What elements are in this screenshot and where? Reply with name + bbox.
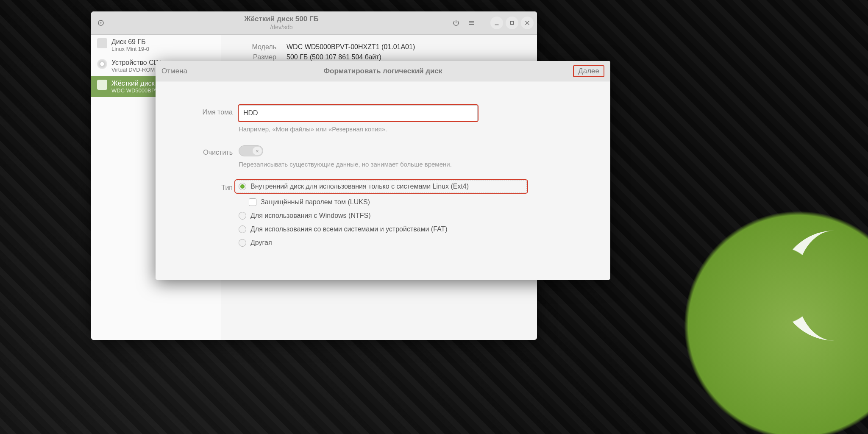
radio-label: Внутренний диск для использования только… xyxy=(250,183,469,190)
sidebar-item-sublabel: WDC WD5000BPV xyxy=(111,87,159,94)
maximize-button[interactable] xyxy=(506,17,518,29)
volume-name-label: Имя тома xyxy=(177,105,239,116)
optical-disc-icon xyxy=(97,59,107,69)
sidebar-item-label: Диск 69 ГБ xyxy=(111,38,149,46)
radio-ntfs[interactable]: Для использования с Windows (NTFS) xyxy=(239,212,527,220)
size-label: Размер xyxy=(234,53,276,61)
radio-label: Для использования со всеми системами и у… xyxy=(250,225,448,233)
sidebar-item-label: Устройство CD/ xyxy=(111,59,161,67)
size-value: 500 ГБ (500 107 861 504 байт) xyxy=(287,53,381,61)
radio-dot-icon xyxy=(239,183,246,190)
sidebar-item-label: Жёсткий диск xyxy=(111,80,159,87)
next-button[interactable]: Далее xyxy=(573,65,604,77)
volume-name-input[interactable] xyxy=(239,105,478,121)
hamburger-icon[interactable] xyxy=(465,17,478,29)
model-value: WDC WD5000BPVT-00HXZT1 (01.01A01) xyxy=(287,43,415,51)
svg-rect-2 xyxy=(510,21,514,25)
minimize-button[interactable] xyxy=(490,17,503,29)
radio-dot-icon xyxy=(239,212,246,220)
hdd-icon xyxy=(97,38,107,48)
window-title: Жёсткий диск 500 ГБ xyxy=(113,15,450,23)
cancel-button[interactable]: Отмена xyxy=(161,67,187,75)
volume-name-hint: Например, «Мои файлы» или «Резервная коп… xyxy=(239,125,527,133)
filesystem-type-group: Внутренний диск для использования только… xyxy=(239,181,527,247)
dialog-title: Форматировать логический диск xyxy=(156,67,610,75)
window-subtitle: /dev/sdb xyxy=(113,24,450,31)
format-volume-dialog: Отмена Форматировать логический диск Дал… xyxy=(156,61,610,280)
erase-hint: Перезаписывать существующие данные, но з… xyxy=(239,161,527,168)
hdd-icon xyxy=(97,80,107,90)
power-icon[interactable] xyxy=(450,17,462,29)
radio-dot-icon xyxy=(239,239,246,247)
radio-label: Другая xyxy=(250,239,272,247)
radio-fat[interactable]: Для использования со всеми системами и у… xyxy=(239,225,527,233)
erase-label: Очистить xyxy=(177,145,239,156)
sidebar-item-sublabel: Linux Mint 19-0 xyxy=(111,46,149,52)
dialog-header: Отмена Форматировать логический диск Дал… xyxy=(156,61,610,81)
sidebar-item-sublabel: Virtual DVD-ROM xyxy=(111,67,161,73)
radio-label: Для использования с Windows (NTFS) xyxy=(250,212,370,220)
checkbox-icon xyxy=(249,198,256,206)
checkbox-label: Защищённый паролем том (LUKS) xyxy=(261,198,370,206)
erase-toggle[interactable]: × xyxy=(239,145,263,156)
close-button[interactable] xyxy=(521,17,534,29)
disks-app-icon xyxy=(95,17,107,29)
titlebar: Жёсткий диск 500 ГБ /dev/sdb xyxy=(91,11,537,35)
sidebar-item-disk[interactable]: Диск 69 ГБ Linux Mint 19-0 xyxy=(91,35,221,56)
checkbox-luks[interactable]: Защищённый паролем том (LUKS) xyxy=(249,198,527,206)
radio-ext4[interactable]: Внутренний диск для использования только… xyxy=(236,181,527,192)
radio-dot-icon xyxy=(239,225,246,233)
svg-point-1 xyxy=(100,22,102,24)
model-label: Модель xyxy=(234,43,276,51)
type-label: Тип xyxy=(177,181,239,192)
radio-other[interactable]: Другая xyxy=(239,239,527,247)
